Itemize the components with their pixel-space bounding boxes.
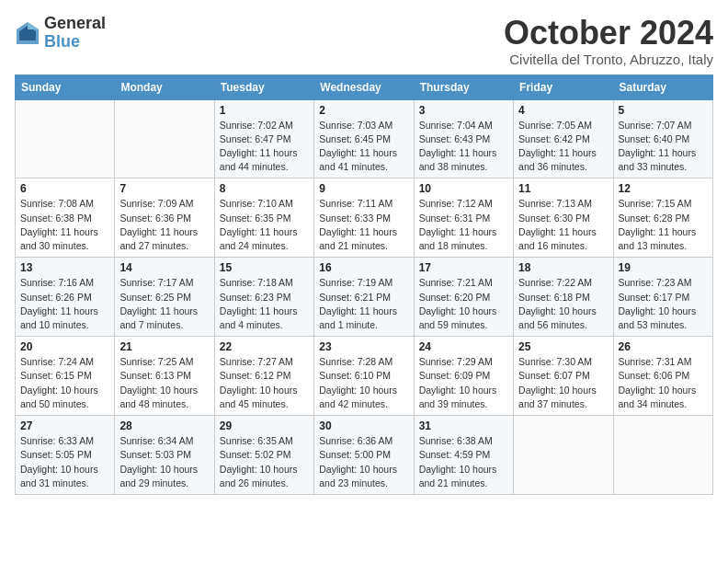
calendar-day-cell: 28Sunrise: 6:34 AM Sunset: 5:03 PM Dayli…	[115, 416, 214, 495]
day-number: 2	[319, 104, 408, 117]
day-info: Sunrise: 6:33 AM Sunset: 5:05 PM Dayligh…	[20, 434, 109, 490]
weekday-header-cell: Sunday	[16, 75, 115, 99]
day-info: Sunrise: 7:11 AM Sunset: 6:33 PM Dayligh…	[319, 197, 408, 253]
calendar-week-row: 27Sunrise: 6:33 AM Sunset: 5:05 PM Dayli…	[16, 416, 713, 495]
day-info: Sunrise: 6:38 AM Sunset: 4:59 PM Dayligh…	[419, 434, 508, 490]
calendar-day-cell: 22Sunrise: 7:27 AM Sunset: 6:12 PM Dayli…	[214, 337, 313, 416]
calendar-day-cell: 12Sunrise: 7:15 AM Sunset: 6:28 PM Dayli…	[613, 178, 712, 258]
calendar-week-row: 13Sunrise: 7:16 AM Sunset: 6:26 PM Dayli…	[16, 258, 713, 337]
calendar-day-cell: 17Sunrise: 7:21 AM Sunset: 6:20 PM Dayli…	[414, 258, 513, 337]
calendar-day-cell	[115, 99, 214, 178]
day-number: 5	[619, 104, 708, 117]
day-number: 4	[518, 104, 608, 117]
calendar-day-cell: 18Sunrise: 7:22 AM Sunset: 6:18 PM Dayli…	[514, 258, 613, 337]
calendar-day-cell: 9Sunrise: 7:11 AM Sunset: 6:33 PM Daylig…	[314, 178, 414, 258]
day-info: Sunrise: 7:28 AM Sunset: 6:10 PM Dayligh…	[319, 355, 408, 411]
calendar-day-cell: 21Sunrise: 7:25 AM Sunset: 6:13 PM Dayli…	[115, 337, 214, 416]
logo-text: General Blue	[44, 15, 106, 52]
day-info: Sunrise: 7:16 AM Sunset: 6:26 PM Dayligh…	[20, 276, 109, 332]
day-info: Sunrise: 7:30 AM Sunset: 6:07 PM Dayligh…	[518, 355, 608, 411]
calendar-day-cell	[514, 416, 613, 495]
calendar-day-cell: 7Sunrise: 7:09 AM Sunset: 6:36 PM Daylig…	[115, 178, 214, 258]
day-number: 21	[119, 340, 209, 353]
day-number: 8	[220, 182, 309, 195]
calendar-day-cell: 19Sunrise: 7:23 AM Sunset: 6:17 PM Dayli…	[613, 258, 712, 337]
month-title: October 2024	[504, 15, 713, 52]
svg-marker-2	[28, 22, 39, 29]
day-number: 7	[119, 182, 209, 195]
weekday-header-cell: Thursday	[414, 75, 513, 99]
calendar-day-cell: 25Sunrise: 7:30 AM Sunset: 6:07 PM Dayli…	[514, 337, 613, 416]
day-info: Sunrise: 7:18 AM Sunset: 6:23 PM Dayligh…	[220, 276, 309, 332]
logo-icon	[15, 20, 40, 46]
day-info: Sunrise: 7:05 AM Sunset: 6:42 PM Dayligh…	[518, 119, 608, 175]
logo: General Blue	[15, 15, 106, 52]
location: Civitella del Tronto, Abruzzo, Italy	[504, 52, 713, 67]
day-info: Sunrise: 7:15 AM Sunset: 6:28 PM Dayligh…	[619, 197, 708, 253]
calendar-day-cell: 26Sunrise: 7:31 AM Sunset: 6:06 PM Dayli…	[613, 337, 712, 416]
weekday-header-cell: Saturday	[613, 75, 712, 99]
calendar-day-cell: 30Sunrise: 6:36 AM Sunset: 5:00 PM Dayli…	[314, 416, 414, 495]
day-number: 23	[319, 340, 408, 353]
day-number: 11	[518, 182, 608, 195]
day-number: 20	[20, 340, 109, 353]
day-info: Sunrise: 7:25 AM Sunset: 6:13 PM Dayligh…	[119, 355, 209, 411]
calendar-week-row: 20Sunrise: 7:24 AM Sunset: 6:15 PM Dayli…	[16, 337, 713, 416]
day-info: Sunrise: 7:17 AM Sunset: 6:25 PM Dayligh…	[119, 276, 209, 332]
weekday-header-cell: Monday	[115, 75, 214, 99]
day-info: Sunrise: 7:10 AM Sunset: 6:35 PM Dayligh…	[220, 197, 309, 253]
weekday-header-cell: Wednesday	[314, 75, 414, 99]
calendar-week-row: 1Sunrise: 7:02 AM Sunset: 6:47 PM Daylig…	[16, 99, 713, 178]
calendar-header: SundayMondayTuesdayWednesdayThursdayFrid…	[16, 75, 713, 99]
day-info: Sunrise: 7:02 AM Sunset: 6:47 PM Dayligh…	[220, 119, 309, 175]
calendar-day-cell: 3Sunrise: 7:04 AM Sunset: 6:43 PM Daylig…	[414, 99, 513, 178]
calendar-day-cell: 8Sunrise: 7:10 AM Sunset: 6:35 PM Daylig…	[214, 178, 313, 258]
calendar-day-cell	[16, 99, 115, 178]
day-number: 18	[518, 261, 608, 274]
weekday-header-cell: Tuesday	[214, 75, 313, 99]
calendar-day-cell: 2Sunrise: 7:03 AM Sunset: 6:45 PM Daylig…	[314, 99, 414, 178]
title-block: October 2024 Civitella del Tronto, Abruz…	[504, 15, 713, 67]
calendar-day-cell: 14Sunrise: 7:17 AM Sunset: 6:25 PM Dayli…	[115, 258, 214, 337]
day-info: Sunrise: 7:24 AM Sunset: 6:15 PM Dayligh…	[20, 355, 109, 411]
calendar-day-cell: 4Sunrise: 7:05 AM Sunset: 6:42 PM Daylig…	[514, 99, 613, 178]
day-number: 19	[619, 261, 708, 274]
day-number: 17	[419, 261, 508, 274]
day-number: 31	[419, 419, 508, 432]
logo-line1: General	[44, 15, 106, 33]
day-info: Sunrise: 7:09 AM Sunset: 6:36 PM Dayligh…	[119, 197, 209, 253]
day-number: 10	[419, 182, 508, 195]
logo-line2: Blue	[44, 33, 106, 52]
calendar-day-cell: 24Sunrise: 7:29 AM Sunset: 6:09 PM Dayli…	[414, 337, 513, 416]
day-number: 28	[119, 419, 209, 432]
day-number: 12	[619, 182, 708, 195]
calendar-day-cell: 20Sunrise: 7:24 AM Sunset: 6:15 PM Dayli…	[16, 337, 115, 416]
day-number: 24	[419, 340, 508, 353]
calendar-day-cell: 29Sunrise: 6:35 AM Sunset: 5:02 PM Dayli…	[214, 416, 313, 495]
page-header: General Blue October 2024 Civitella del …	[15, 15, 713, 67]
calendar-day-cell	[613, 416, 712, 495]
day-number: 25	[518, 340, 608, 353]
day-number: 27	[20, 419, 109, 432]
day-number: 30	[319, 419, 408, 432]
day-info: Sunrise: 7:23 AM Sunset: 6:17 PM Dayligh…	[619, 276, 708, 332]
calendar-day-cell: 10Sunrise: 7:12 AM Sunset: 6:31 PM Dayli…	[414, 178, 513, 258]
day-info: Sunrise: 7:08 AM Sunset: 6:38 PM Dayligh…	[20, 197, 109, 253]
calendar-day-cell: 31Sunrise: 6:38 AM Sunset: 4:59 PM Dayli…	[414, 416, 513, 495]
calendar-body: 1Sunrise: 7:02 AM Sunset: 6:47 PM Daylig…	[16, 99, 713, 494]
calendar-day-cell: 23Sunrise: 7:28 AM Sunset: 6:10 PM Dayli…	[314, 337, 414, 416]
day-info: Sunrise: 6:34 AM Sunset: 5:03 PM Dayligh…	[119, 434, 209, 490]
calendar-day-cell: 16Sunrise: 7:19 AM Sunset: 6:21 PM Dayli…	[314, 258, 414, 337]
day-info: Sunrise: 7:22 AM Sunset: 6:18 PM Dayligh…	[518, 276, 608, 332]
day-number: 6	[20, 182, 109, 195]
weekday-header-row: SundayMondayTuesdayWednesdayThursdayFrid…	[16, 75, 713, 99]
day-info: Sunrise: 6:36 AM Sunset: 5:00 PM Dayligh…	[319, 434, 408, 490]
calendar-day-cell: 1Sunrise: 7:02 AM Sunset: 6:47 PM Daylig…	[214, 99, 313, 178]
calendar-day-cell: 5Sunrise: 7:07 AM Sunset: 6:40 PM Daylig…	[613, 99, 712, 178]
day-number: 26	[619, 340, 708, 353]
calendar-day-cell: 6Sunrise: 7:08 AM Sunset: 6:38 PM Daylig…	[16, 178, 115, 258]
day-number: 29	[220, 419, 309, 432]
calendar-table: SundayMondayTuesdayWednesdayThursdayFrid…	[15, 75, 713, 495]
day-number: 1	[220, 104, 309, 117]
calendar-day-cell: 11Sunrise: 7:13 AM Sunset: 6:30 PM Dayli…	[514, 178, 613, 258]
